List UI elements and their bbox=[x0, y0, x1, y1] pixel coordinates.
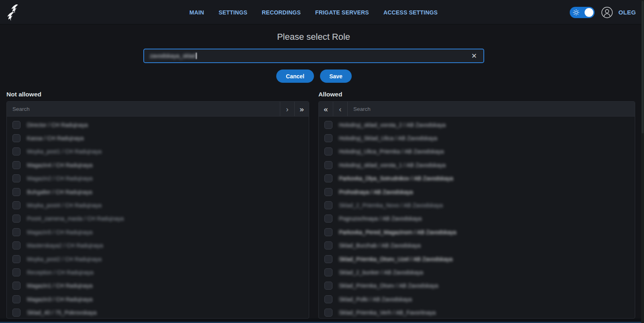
list-item[interactable]: Sklad_Burzhab / AB Zavodskaya bbox=[319, 239, 635, 252]
list-item[interactable]: Magazin4 / CH Radujnaya bbox=[7, 158, 309, 172]
list-item[interactable]: Sklad_2_bunker / AB Zavodskaya bbox=[319, 266, 635, 279]
save-button[interactable]: Save bbox=[320, 70, 352, 83]
checkbox[interactable] bbox=[12, 188, 20, 196]
list-item[interactable]: Moyka_post2 / CH Radujnaya bbox=[7, 252, 309, 266]
list-item[interactable]: Sklad_2_Priemka_Novo / AB Zavodskaya bbox=[319, 198, 635, 212]
checkbox[interactable] bbox=[12, 255, 20, 263]
checkbox[interactable] bbox=[324, 255, 332, 263]
form-actions: Cancel Save bbox=[0, 70, 644, 83]
list-item[interactable]: Sklad_Polki / AB Zavodskaya bbox=[319, 292, 635, 306]
not-allowed-list: Director / CH Radujnaya Kassa / CH Raduj… bbox=[7, 117, 309, 319]
main-menu: MAIN SETTINGS RECORDINGS FRIGATE SERVERS… bbox=[190, 0, 438, 25]
checkbox[interactable] bbox=[12, 215, 20, 223]
list-item[interactable]: Masterskaya2 / CH Radujnaya bbox=[7, 239, 309, 252]
list-item[interactable]: Prohodnaya / AB Zavodskaya bbox=[319, 185, 635, 198]
not-allowed-search-input[interactable] bbox=[7, 102, 280, 116]
allowed-list: Holodnyj_sklad_vorota_2 / AB Zavodskaya … bbox=[319, 117, 635, 319]
allowed-title: Allowed bbox=[318, 91, 342, 98]
allowed-search-row: « ‹ bbox=[319, 102, 635, 117]
nav-item-recordings[interactable]: RECORDINGS bbox=[262, 9, 301, 16]
list-item[interactable]: Sklad_Priemka_Verh / AB_Favoritnaya bbox=[319, 306, 635, 319]
checkbox[interactable] bbox=[324, 295, 332, 303]
checkbox[interactable] bbox=[12, 161, 20, 169]
checkbox[interactable] bbox=[12, 121, 20, 129]
list-item-label: Sklad_2_bunker / AB Zavodskaya bbox=[339, 269, 423, 276]
list-item[interactable]: Moyka_post4 / CH Radujnaya bbox=[7, 198, 309, 212]
checkbox[interactable] bbox=[12, 309, 20, 317]
list-item[interactable]: Magazin1 / CH Radujnaya bbox=[7, 279, 309, 292]
list-item[interactable]: Moyka_post1 / CH Radujnaya bbox=[7, 145, 309, 158]
list-item-label: Magazin1 / CH Radujnaya bbox=[27, 282, 92, 289]
top-nav-bar: MAIN SETTINGS RECORDINGS FRIGATE SERVERS… bbox=[0, 0, 644, 25]
checkbox[interactable] bbox=[12, 295, 20, 303]
checkbox[interactable] bbox=[324, 201, 332, 209]
checkbox[interactable] bbox=[324, 121, 332, 129]
page-scrollbar-thumb[interactable] bbox=[642, 1, 644, 133]
theme-toggle[interactable] bbox=[570, 7, 595, 18]
list-item[interactable]: Parkovka_Pered_Magazinom / AB Zavodskaya bbox=[319, 225, 635, 239]
move-all-right-button[interactable]: » bbox=[294, 102, 309, 116]
list-item[interactable]: Post4_zamena_masla / CH Radujnaya bbox=[7, 212, 309, 225]
move-selected-right-button[interactable]: › bbox=[280, 102, 294, 116]
user-menu[interactable]: OLEG bbox=[601, 6, 636, 18]
checkbox[interactable] bbox=[324, 147, 332, 155]
not-allowed-panel: › » Director / CH Radujnaya Kassa / CH R… bbox=[6, 101, 309, 319]
nav-item-frigate-servers[interactable]: FRIGATE SERVERS bbox=[315, 9, 369, 16]
list-item[interactable]: Sklad_Priemka_Otsev_Uzel / AB Zavodskaya bbox=[319, 252, 635, 266]
list-item[interactable]: Buhgalter / CH Radujnaya bbox=[7, 185, 309, 198]
checkbox[interactable] bbox=[12, 241, 20, 249]
list-item[interactable]: Director / CH Radujnaya bbox=[7, 118, 309, 131]
checkbox[interactable] bbox=[12, 228, 20, 236]
nav-right-group: OLEG bbox=[570, 0, 636, 25]
checkbox[interactable] bbox=[324, 215, 332, 223]
nav-item-access-settings[interactable]: ACCESS SETTINGS bbox=[383, 9, 438, 16]
list-item[interactable]: Holodnyj_Sklad_Ulica / AB Zavodskaya bbox=[319, 131, 635, 145]
list-item[interactable]: Reception / CH Radujnaya bbox=[7, 266, 309, 279]
toggle-knob bbox=[585, 8, 593, 17]
page-title: Please select Role bbox=[277, 32, 350, 42]
checkbox[interactable] bbox=[12, 282, 20, 290]
not-allowed-search-row: › » bbox=[7, 102, 309, 117]
list-item-label: Parkovka_Dlya_Sotrudnikov / AB Zavodskay… bbox=[339, 175, 453, 182]
checkbox[interactable] bbox=[324, 241, 332, 249]
page-scrollbar[interactable] bbox=[641, 0, 644, 323]
list-item-label: Parkovka_Pered_Magazinom / AB Zavodskaya bbox=[339, 229, 457, 235]
cancel-button[interactable]: Cancel bbox=[276, 70, 314, 83]
checkbox[interactable] bbox=[12, 147, 20, 155]
checkbox[interactable] bbox=[324, 161, 332, 169]
checkbox[interactable] bbox=[12, 268, 20, 276]
role-input-value: zavodskaya_sklad bbox=[150, 53, 196, 59]
list-item[interactable]: Parkovka_Dlya_Sotrudnikov / AB Zavodskay… bbox=[319, 172, 635, 185]
checkbox[interactable] bbox=[324, 228, 332, 236]
list-item-label: Prohodnaya / AB Zavodskaya bbox=[339, 189, 413, 195]
not-allowed-title: Not allowed bbox=[6, 91, 41, 98]
checkbox[interactable] bbox=[12, 201, 20, 209]
list-item[interactable]: Sklad_40 / 75_Pokrovskaya bbox=[7, 306, 309, 319]
checkbox[interactable] bbox=[324, 268, 332, 276]
move-all-left-button[interactable]: « bbox=[319, 102, 333, 116]
clear-icon[interactable]: ✕ bbox=[470, 52, 479, 60]
checkbox[interactable] bbox=[324, 309, 332, 317]
checkbox[interactable] bbox=[324, 134, 332, 142]
list-item[interactable]: Magazin2 / CH Radujnaya bbox=[7, 172, 309, 185]
checkbox[interactable] bbox=[324, 174, 332, 182]
move-selected-left-button[interactable]: ‹ bbox=[333, 102, 348, 116]
list-item[interactable]: Kassa / CH Radujnaya bbox=[7, 131, 309, 145]
allowed-search-input[interactable] bbox=[348, 102, 635, 116]
list-item[interactable]: Magazin5 / CH Radujnaya bbox=[7, 225, 309, 239]
checkbox[interactable] bbox=[12, 134, 20, 142]
list-item[interactable]: Sklad_Priemka_Otsev / AB Zavodskaya bbox=[319, 279, 635, 292]
nav-item-main[interactable]: MAIN bbox=[190, 9, 204, 16]
checkbox[interactable] bbox=[324, 188, 332, 196]
list-item[interactable]: Holodnyj_Ulica_Priemka / AB Zavodskaya bbox=[319, 145, 635, 158]
frigate-logo[interactable] bbox=[6, 3, 24, 22]
list-item[interactable]: Pogruzochnaya / AB Zavodskaya bbox=[319, 212, 635, 225]
checkbox[interactable] bbox=[12, 174, 20, 182]
list-item[interactable]: Magazin3 / CH Radujnaya bbox=[7, 292, 309, 306]
nav-item-settings[interactable]: SETTINGS bbox=[218, 9, 247, 16]
checkbox[interactable] bbox=[324, 282, 332, 290]
list-item[interactable]: Holodnyj_sklad_vorota_1 / AB Zavodskaya bbox=[319, 158, 635, 172]
list-item[interactable]: Holodnyj_sklad_vorota_2 / AB Zavodskaya bbox=[319, 118, 635, 131]
role-input[interactable]: zavodskaya_sklad ✕ bbox=[143, 49, 484, 63]
list-item-label: Moyka_post1 / CH Radujnaya bbox=[27, 148, 102, 155]
